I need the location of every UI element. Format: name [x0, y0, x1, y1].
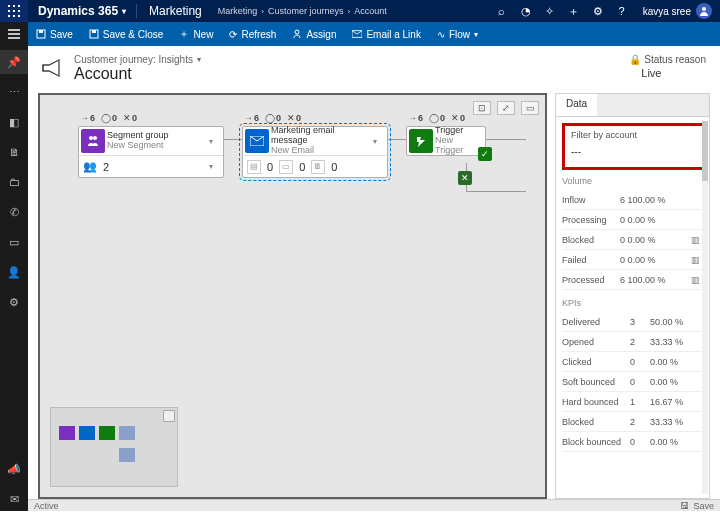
nav-mail-icon[interactable]: ✉	[0, 487, 28, 511]
settings-icon[interactable]: ⚙	[587, 0, 609, 22]
tab-empty[interactable]	[597, 94, 709, 116]
svg-rect-7	[13, 15, 15, 17]
zoom-button[interactable]: ⤢	[497, 101, 515, 115]
svg-rect-4	[13, 10, 15, 12]
save-footer-label[interactable]: Save	[693, 501, 714, 511]
header-subtitle: Customer journey: Insights	[74, 54, 193, 65]
global-topbar: Dynamics 365 ▾ Marketing Marketing › Cus…	[0, 0, 720, 22]
tile-segment-group[interactable]: → 6 ◯ 0 ✕ 0 Segment groupNew Segment ▾	[78, 111, 224, 178]
hamburger-button[interactable]	[0, 22, 28, 46]
svg-rect-1	[13, 5, 15, 7]
nav-more-icon[interactable]: ⋯	[0, 80, 28, 104]
status-value: Live	[629, 65, 706, 79]
volume-row: Failed0 0.00 %▥	[562, 250, 705, 270]
connector	[388, 139, 406, 140]
form-slot-icon[interactable]: ▤	[247, 160, 261, 174]
page-slot-icon[interactable]: ▭	[279, 160, 293, 174]
email-icon	[245, 129, 269, 153]
svg-point-9	[702, 7, 706, 11]
add-icon[interactable]: ＋	[563, 0, 585, 22]
nav-pin-icon[interactable]: 📌	[0, 50, 28, 74]
breadcrumb-item[interactable]: Marketing	[218, 6, 258, 16]
user-menu[interactable]: kavya sree	[635, 3, 720, 19]
tile-trigger[interactable]: → 6 ◯ 0 ✕ 0 TriggerNew Trigger ✓ ✕	[406, 111, 486, 156]
search-icon[interactable]: ⌕	[491, 0, 513, 22]
tile-stats: → 6 ◯ 0 ✕ 0	[242, 111, 388, 126]
journey-canvas[interactable]: ⊡ ⤢ ▭ → 6 ◯ 0 ✕ 0	[38, 93, 547, 499]
assign-button[interactable]: Assign	[284, 22, 344, 46]
volume-row: Blocked0 0.00 %▥	[562, 230, 705, 250]
avatar-icon	[696, 3, 712, 19]
tab-data[interactable]: Data	[556, 94, 597, 116]
connector	[466, 191, 526, 192]
breadcrumb-item[interactable]: Customer journeys	[268, 6, 344, 16]
refresh-button[interactable]: ⟳Refresh	[221, 22, 284, 46]
snapshot-button[interactable]: ▭	[521, 101, 539, 115]
email-link-button[interactable]: Email a Link	[344, 22, 428, 46]
chevron-down-icon[interactable]: ▾	[209, 137, 223, 146]
yes-branch-icon: ✓	[478, 147, 492, 161]
nav-task-icon[interactable]: ▭	[0, 230, 28, 254]
svg-point-19	[89, 136, 93, 140]
nav-dashboard-icon[interactable]: ◧	[0, 110, 28, 134]
minimap[interactable]	[50, 407, 178, 487]
help-icon[interactable]: ?	[611, 0, 633, 22]
breadcrumb-item[interactable]: Account	[354, 6, 387, 16]
scrollbar-thumb[interactable]	[702, 121, 708, 181]
doc-slot-icon[interactable]: 🗎	[311, 160, 325, 174]
volume-row: Processed6 100.00 %▥	[562, 270, 705, 290]
kpi-section-title: KPIs	[562, 298, 705, 308]
page-title: Account	[74, 65, 201, 83]
nav-settings-icon[interactable]: ⚙	[0, 290, 28, 314]
nav-call-icon[interactable]: ✆	[0, 200, 28, 224]
save-button[interactable]: Save	[28, 22, 81, 46]
tile-stats: → 6 ◯ 0 ✕ 0	[78, 111, 224, 126]
save-footer-icon[interactable]: 🖫	[680, 501, 689, 511]
tile-badge-count: 2	[103, 161, 109, 173]
svg-rect-2	[18, 5, 20, 7]
svg-rect-14	[39, 30, 43, 33]
kpi-row: Clicked00.00 %	[562, 352, 705, 372]
tile-email-message[interactable]: → 6 ◯ 0 ✕ 0 Marketing email messageNew E…	[242, 111, 388, 178]
people-icon: 👥	[83, 160, 97, 173]
svg-rect-6	[8, 15, 10, 17]
command-bar: Save Save & Close ＋New ⟳Refresh Assign E…	[0, 22, 720, 46]
connector	[486, 139, 526, 140]
left-nav: 📌 ⋯ ◧ 🗎 🗀 ✆ ▭ 👤 ⚙ 📣 ✉	[0, 46, 28, 511]
app-launcher-button[interactable]	[0, 0, 28, 22]
svg-rect-8	[18, 15, 20, 17]
volume-row: Processing0 0.00 %	[562, 210, 705, 230]
chevron-down-icon: ▾	[122, 7, 126, 16]
minimap-toggle[interactable]	[163, 410, 175, 422]
assistant-icon[interactable]: ✧	[539, 0, 561, 22]
trigger-icon	[409, 129, 433, 153]
new-button[interactable]: ＋New	[171, 22, 221, 46]
nav-announce-icon[interactable]: 📣	[0, 457, 28, 481]
nav-doc-icon[interactable]: 🗎	[0, 140, 28, 164]
volume-section-title: Volume	[562, 176, 705, 186]
kpi-row: Opened233.33 %	[562, 332, 705, 352]
chevron-down-icon[interactable]: ▾	[209, 162, 223, 171]
status-bar: Active 🖫 Save	[28, 499, 720, 511]
kpi-row: Delivered350.00 %	[562, 312, 705, 332]
save-close-button[interactable]: Save & Close	[81, 22, 172, 46]
task-icon[interactable]: ◔	[515, 0, 537, 22]
nav-calendar-icon[interactable]: 🗀	[0, 170, 28, 194]
app-name-dropdown[interactable]: Dynamics 365 ▾	[28, 4, 136, 18]
chevron-down-icon[interactable]: ▾	[197, 55, 201, 64]
status-label: Status reason	[644, 54, 706, 65]
megaphone-icon	[40, 58, 66, 78]
no-branch-icon: ✕	[458, 171, 472, 185]
filter-value[interactable]: ---	[571, 140, 696, 157]
area-name[interactable]: Marketing	[137, 4, 214, 18]
flow-button[interactable]: ∿Flow▾	[429, 22, 486, 46]
chevron-down-icon[interactable]: ▾	[373, 137, 387, 146]
connector	[224, 139, 242, 140]
svg-rect-16	[92, 30, 96, 33]
segment-icon	[81, 129, 105, 153]
app-name-label: Dynamics 365	[38, 4, 118, 18]
nav-contact-icon[interactable]: 👤	[0, 260, 28, 284]
filter-label: Filter by account	[571, 130, 696, 140]
user-name: kavya sree	[643, 6, 691, 17]
breadcrumb: Marketing › Customer journeys › Account	[214, 6, 387, 16]
